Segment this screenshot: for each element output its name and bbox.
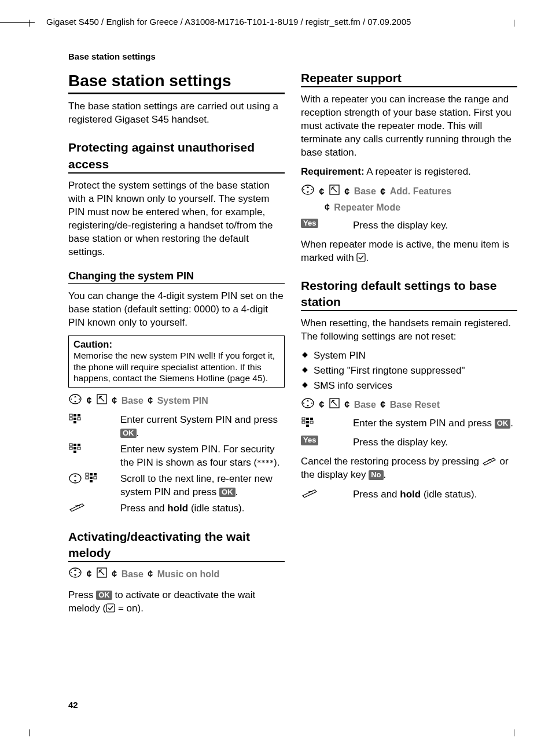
- checkbox-icon: [106, 602, 115, 615]
- svg-rect-22: [86, 477, 89, 479]
- svg-point-2: [79, 399, 80, 400]
- step-text: Press the display key.: [353, 219, 517, 233]
- svg-rect-4: [69, 414, 72, 416]
- requirement-text: A repeater is registered.: [365, 166, 471, 177]
- keypad-icon: [84, 472, 98, 489]
- cancel-restore-paragraph: Cancel the restoring process by pressing…: [301, 455, 517, 482]
- svg-point-27: [71, 572, 72, 573]
- nav-key-icon: [301, 184, 315, 200]
- page-title: Base station settings: [68, 70, 285, 95]
- hold-word: hold: [167, 503, 188, 514]
- yes-key: Yes: [301, 436, 318, 445]
- keypad-icon: [68, 413, 82, 430]
- hangup-key-icon: [482, 455, 497, 469]
- stars-icon: ****: [257, 459, 274, 467]
- menu-path-music-on-hold: ¢ ¢ Base ¢ Music on hold: [68, 567, 285, 583]
- step-text-end: ).: [274, 457, 279, 468]
- hangup-key-icon: [301, 488, 318, 502]
- svg-rect-24: [94, 477, 97, 479]
- svg-point-37: [303, 403, 304, 404]
- svg-rect-12: [73, 444, 76, 446]
- intro-paragraph: The base station settings are carried ou…: [68, 100, 285, 127]
- step-text: Enter new system PIN. For security the P…: [120, 444, 274, 468]
- page-number: 42: [68, 699, 78, 711]
- svg-rect-19: [86, 473, 89, 475]
- section-repeater: Repeater support: [301, 70, 517, 87]
- hangup-key-icon: [68, 501, 86, 516]
- nav-key-icon: [301, 397, 315, 414]
- step-press-hold-reset: Press and hold (idle status).: [301, 488, 517, 502]
- svg-rect-46: [306, 425, 309, 427]
- svg-rect-41: [306, 418, 309, 420]
- caution-title: Caution:: [73, 338, 279, 351]
- svg-rect-42: [310, 418, 313, 420]
- ok-key: OK: [120, 429, 137, 438]
- step-enter-current-pin: Enter current System PIN and press OK.: [68, 413, 285, 440]
- step-yes-repeater: Yes Press the display key.: [301, 219, 517, 233]
- svg-rect-44: [306, 421, 309, 423]
- ok-key: OK: [219, 488, 235, 497]
- wait-melody-body: Press OK to activate or deactivate the w…: [68, 589, 285, 615]
- keypad-icon: [301, 416, 315, 433]
- svg-rect-21: [94, 473, 97, 475]
- text-fragment: Cancel the restoring process by pressing: [301, 456, 482, 467]
- step-enter-pin-reset: Enter the system PIN and press OK.: [301, 416, 517, 433]
- repeater-marked-paragraph: When repeater mode is active, the menu i…: [301, 238, 517, 265]
- menu-path-system-pin: ¢ ¢ Base ¢ System PIN: [68, 393, 285, 410]
- step-press-hold: Press and hold (idle status).: [68, 501, 285, 516]
- svg-rect-16: [78, 447, 80, 449]
- caution-box: Caution: Memorise the new system PIN wel…: [68, 335, 285, 388]
- step-text-pre: Press and: [353, 489, 400, 500]
- svg-rect-15: [73, 447, 76, 449]
- text-fragment: .: [384, 469, 387, 480]
- nav-key-icon: [68, 567, 82, 583]
- menu-path-base-reset: ¢ ¢ Base ¢ Base Reset: [301, 397, 517, 414]
- svg-rect-20: [90, 473, 93, 475]
- step-enter-new-pin: Enter new system PIN. For security the P…: [68, 442, 285, 470]
- svg-rect-8: [73, 418, 76, 420]
- checkbox-icon: [356, 252, 366, 265]
- requirement-line: Requirement: A repeater is registered.: [301, 165, 517, 179]
- svg-rect-23: [90, 477, 93, 479]
- caution-body: Memorise the new system PIN well! If you…: [73, 350, 279, 383]
- section-restore-defaults: Restoring default settings to base stati…: [301, 278, 517, 312]
- repeater-body: With a repeater you can increase the ran…: [301, 93, 517, 160]
- svg-rect-40: [302, 418, 305, 420]
- svg-rect-11: [69, 444, 72, 446]
- svg-rect-35: [357, 253, 365, 261]
- menu-path-repeater: ¢ ¢ Base ¢ Add. Features ¢ Repeater Mode: [301, 184, 517, 215]
- svg-point-33: [311, 189, 312, 190]
- svg-rect-17: [73, 451, 76, 453]
- svg-rect-9: [78, 418, 80, 420]
- menu-label-base-reset: Base Reset: [390, 400, 440, 410]
- settings-menu-icon: [96, 567, 108, 583]
- menu-label-base: Base: [354, 187, 376, 197]
- hold-word: hold: [400, 489, 421, 500]
- step-text-post: (idle status).: [421, 489, 477, 500]
- settings-menu-icon: [96, 393, 108, 410]
- step-text: Press the display key.: [353, 436, 517, 449]
- nav-key-icon: [68, 393, 82, 410]
- protecting-body: Protect the system settings of the base …: [68, 179, 285, 259]
- menu-label-system-pin: System PIN: [157, 396, 208, 405]
- change-pin-body: You can change the 4-digit system PIN se…: [68, 290, 285, 330]
- menu-label-base: Base: [354, 400, 376, 410]
- menu-label-base: Base: [122, 569, 143, 579]
- svg-point-38: [311, 403, 312, 404]
- step-text: Scroll to the next line, re-enter new sy…: [120, 473, 273, 497]
- svg-rect-43: [302, 421, 305, 423]
- step-text: Enter current System PIN and press: [120, 414, 278, 425]
- menu-label-repeater-mode: Repeater Mode: [334, 202, 400, 212]
- svg-rect-25: [90, 480, 93, 482]
- svg-rect-30: [106, 604, 115, 612]
- text-fragment: .: [366, 252, 369, 263]
- left-column: Base station settings The base station s…: [68, 68, 285, 621]
- step-yes-reset: Yes Press the display key.: [301, 436, 517, 449]
- step-text-post: (idle status).: [188, 503, 244, 514]
- menu-label-add-features: Add. Features: [390, 187, 452, 197]
- restore-body: When resetting, the handsets remain regi…: [301, 317, 517, 344]
- svg-rect-5: [73, 414, 76, 416]
- list-item: System PIN: [301, 349, 517, 363]
- svg-point-1: [71, 399, 72, 400]
- ok-key: OK: [96, 591, 112, 600]
